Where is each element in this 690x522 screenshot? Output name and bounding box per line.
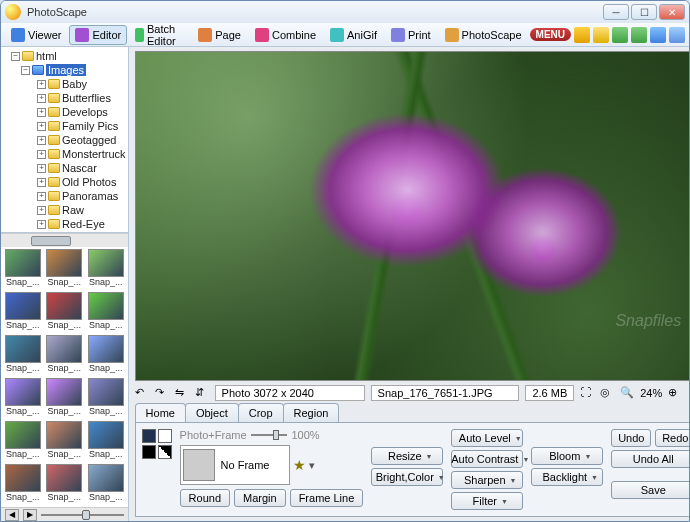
thumb-item[interactable]: Snap_...	[45, 292, 85, 333]
tree-node[interactable]: +Geotagged	[3, 133, 126, 147]
editor-tab-home[interactable]: Home	[135, 403, 186, 422]
frame-dropdown-icon[interactable]: ▾	[309, 459, 315, 472]
frameline-button[interactable]: Frame Line	[290, 489, 364, 507]
sharpen-button[interactable]: Sharpen▼	[451, 471, 523, 489]
save-button[interactable]: Save	[611, 481, 689, 499]
tab-print[interactable]: Print	[385, 25, 437, 45]
help-icon[interactable]	[669, 27, 685, 43]
tree-node[interactable]: +Family Pics	[3, 119, 126, 133]
margin-button[interactable]: Margin	[234, 489, 286, 507]
maximize-button[interactable]: ☐	[631, 4, 657, 20]
thumb-item[interactable]: Snap_...	[86, 421, 126, 462]
redo-button[interactable]: Redo	[655, 429, 689, 447]
resize-column: Resize▼ Bright,Color▼	[371, 447, 443, 510]
tab-anigif[interactable]: AniGif	[324, 25, 383, 45]
opacity-slider[interactable]: Photo+Frame 100%	[180, 429, 320, 441]
backlight-button[interactable]: Backlight▼	[531, 468, 603, 486]
rotate-left-icon[interactable]: ↶	[135, 386, 149, 400]
bloom-button[interactable]: Bloom▼	[531, 447, 603, 465]
autocontrast-button[interactable]: Auto Contrast▼	[451, 450, 523, 468]
undoall-button[interactable]: Undo All	[611, 450, 689, 468]
tab-page[interactable]: Page	[192, 25, 247, 45]
zoom-out-icon[interactable]: ⊖	[688, 386, 689, 400]
tree-node[interactable]: −html	[3, 49, 126, 63]
thumb-item[interactable]: Snap_...	[3, 249, 43, 290]
tree-node[interactable]: −Images	[3, 63, 126, 77]
nav-prev-icon[interactable]	[612, 27, 628, 43]
swatch-diag[interactable]	[158, 445, 172, 459]
tab-photoscape[interactable]: PhotoScape	[439, 25, 528, 45]
thumb-item[interactable]: Snap_...	[86, 249, 126, 290]
swatch-navy[interactable]	[142, 429, 156, 443]
thumb-item[interactable]: Snap_...	[86, 292, 126, 333]
undo-button[interactable]: Undo	[611, 429, 651, 447]
tree-node[interactable]: +Develops	[3, 105, 126, 119]
editor-tab-region[interactable]: Region	[283, 403, 340, 422]
thumb-item[interactable]: Snap_...	[3, 292, 43, 333]
thumb-item[interactable]: Snap_...	[3, 464, 43, 505]
resize-button[interactable]: Resize▼	[371, 447, 443, 465]
flip-v-icon[interactable]: ⇵	[195, 386, 209, 400]
close-button[interactable]: ✕	[659, 4, 685, 20]
brightcolor-button[interactable]: Bright,Color▼	[371, 468, 443, 486]
thumb-item[interactable]: Snap_...	[45, 421, 85, 462]
flip-h-icon[interactable]: ⇋	[175, 386, 189, 400]
thumb-item[interactable]: Snap_...	[3, 335, 43, 376]
tab-batch-editor[interactable]: Batch Editor	[129, 20, 190, 50]
thumb-item[interactable]: Snap_...	[45, 249, 85, 290]
tree-node[interactable]: +Butterflies	[3, 91, 126, 105]
swatch-black[interactable]	[142, 445, 156, 459]
round-button[interactable]: Round	[180, 489, 230, 507]
main-toolbar: ViewerEditorBatch EditorPageCombineAniGi…	[1, 23, 689, 47]
zoom-tool-icon[interactable]: 🔍	[620, 386, 634, 400]
tree-node[interactable]: +Old Photos	[3, 175, 126, 189]
star2-icon[interactable]	[593, 27, 609, 43]
favorite-icon[interactable]: ★	[293, 457, 306, 473]
tree-node[interactable]: +resized	[3, 231, 126, 233]
thumb-item[interactable]: Snap_...	[45, 378, 85, 419]
app-icon	[5, 4, 21, 20]
editor-tab-object[interactable]: Object	[185, 403, 239, 422]
minimize-button[interactable]: ─	[603, 4, 629, 20]
tree-node[interactable]: +Baby	[3, 77, 126, 91]
folder-tree[interactable]: −html−Images+Baby+Butterflies+Develops+F…	[1, 47, 128, 233]
tab-viewer[interactable]: Viewer	[5, 25, 67, 45]
thumb-item[interactable]: Snap_...	[45, 335, 85, 376]
thumb-item[interactable]: Snap_...	[45, 464, 85, 505]
thumb-item[interactable]: Snap_...	[3, 378, 43, 419]
fit-icon[interactable]: ⛶	[580, 386, 594, 400]
image-canvas[interactable]: Snapfiles	[135, 51, 689, 381]
frame-selector[interactable]: No Frame	[180, 445, 290, 485]
rotate-right-icon[interactable]: ↷	[155, 386, 169, 400]
frame-preview	[183, 449, 215, 481]
exif-icon[interactable]	[650, 27, 666, 43]
star-icon[interactable]	[574, 27, 590, 43]
thumbnail-grid[interactable]: Snap_...Snap_...Snap_...Snap_...Snap_...…	[1, 247, 128, 507]
tree-node[interactable]: +Nascar	[3, 161, 126, 175]
tab-combine[interactable]: Combine	[249, 25, 322, 45]
prev-page-button[interactable]: ◀	[5, 509, 19, 521]
titlebar: PhotoScape ─ ☐ ✕	[1, 1, 689, 23]
filter-button[interactable]: Filter▼	[451, 492, 523, 510]
thumb-item[interactable]: Snap_...	[86, 464, 126, 505]
editor-tab-crop[interactable]: Crop	[238, 403, 284, 422]
actual-size-icon[interactable]: ◎	[600, 386, 614, 400]
tree-node[interactable]: +Raw	[3, 203, 126, 217]
autolevel-button[interactable]: Auto Level▼	[451, 429, 523, 447]
tree-node[interactable]: +Red-Eye	[3, 217, 126, 231]
tab-editor[interactable]: Editor	[69, 25, 127, 45]
thumb-item[interactable]: Snap_...	[86, 335, 126, 376]
tree-node[interactable]: +Monstertruck	[3, 147, 126, 161]
swatch-white[interactable]	[158, 429, 172, 443]
menu-badge[interactable]: MENU	[530, 28, 571, 41]
nav-next-icon[interactable]	[631, 27, 647, 43]
tree-node[interactable]: +Panoramas	[3, 189, 126, 203]
thumb-item[interactable]: Snap_...	[3, 421, 43, 462]
tab-icon	[445, 28, 459, 42]
zoom-in-icon[interactable]: ⊕	[668, 386, 682, 400]
thumb-size-slider[interactable]	[41, 514, 124, 516]
sidebar: −html−Images+Baby+Butterflies+Develops+F…	[1, 47, 129, 521]
next-page-button[interactable]: ▶	[23, 509, 37, 521]
thumb-item[interactable]: Snap_...	[86, 378, 126, 419]
tree-hscroll[interactable]	[1, 233, 128, 247]
